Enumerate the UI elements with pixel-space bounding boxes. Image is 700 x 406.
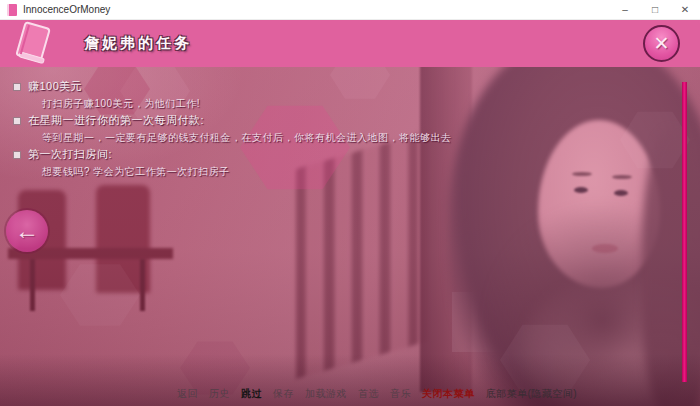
- left-arrow-icon: ←: [15, 219, 39, 243]
- window-title: InnocenceOrMoney: [23, 4, 110, 15]
- close-icon: ✕: [654, 34, 670, 53]
- menu-item-load-game[interactable]: 加载游戏: [305, 387, 347, 401]
- task-row: 在星期一进行你的第一次每周付款:: [13, 112, 452, 129]
- prev-page-button[interactable]: ←: [6, 210, 48, 252]
- window-titlebar: InnocenceOrMoney – □ ✕: [0, 0, 700, 20]
- task-detail: 想要钱吗? 学会为它工作第一次打扫房子: [42, 163, 452, 180]
- task-row: 赚100美元: [13, 78, 452, 95]
- quest-book-icon: [10, 21, 56, 66]
- quest-header: 詹妮弗的任务 ✕: [0, 20, 700, 67]
- minimize-button[interactable]: –: [610, 0, 640, 19]
- close-window-button[interactable]: ✕: [670, 0, 700, 19]
- menu-item-music[interactable]: 音乐: [390, 387, 411, 401]
- task-label: 赚100美元: [28, 79, 82, 94]
- menu-item-back[interactable]: 返回: [177, 387, 198, 401]
- game-viewport: 詹妮弗的任务 ✕ 赚100美元 打扫房子赚100美元，为他们工作! 在星期一进行…: [0, 20, 700, 406]
- app-book-icon: [7, 4, 17, 16]
- window-controls: – □ ✕: [610, 0, 700, 19]
- task-label: 第一次打扫房间:: [28, 147, 112, 162]
- menu-item-hide-bottom-menu[interactable]: 底部菜单(隐藏空间): [486, 387, 578, 401]
- task-detail: 等到星期一，一定要有足够的钱支付租金，在支付后，你将有机会进入地图，将能够出去: [42, 129, 452, 146]
- menu-item-preferences[interactable]: 首选: [358, 387, 379, 401]
- maximize-button[interactable]: □: [640, 0, 670, 19]
- task-detail: 打扫房子赚100美元，为他们工作!: [42, 95, 452, 112]
- quest-panel-title: 詹妮弗的任务: [84, 34, 192, 53]
- menu-item-skip[interactable]: 跳过: [241, 387, 262, 401]
- task-label: 在星期一进行你的第一次每周付款:: [28, 113, 204, 128]
- quest-close-button[interactable]: ✕: [643, 25, 680, 62]
- checkbox-icon: [13, 117, 21, 125]
- task-row: 第一次打扫房间:: [13, 146, 452, 163]
- quick-menu: 返回 历史 跳过 保存 加载游戏 首选 音乐 关闭本菜单 底部菜单(隐藏空间): [177, 387, 577, 401]
- checkbox-icon: [13, 151, 21, 159]
- task-list: 赚100美元 打扫房子赚100美元，为他们工作! 在星期一进行你的第一次每周付款…: [13, 78, 452, 180]
- menu-item-save[interactable]: 保存: [273, 387, 294, 401]
- checkbox-icon: [13, 83, 21, 91]
- vertical-scrollbar[interactable]: [682, 82, 687, 382]
- menu-item-close-menu[interactable]: 关闭本菜单: [422, 387, 475, 401]
- menu-item-history[interactable]: 历史: [209, 387, 230, 401]
